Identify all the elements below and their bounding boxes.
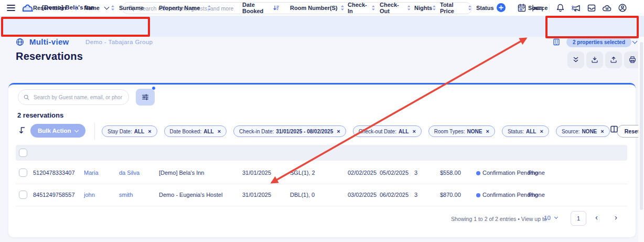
- brand-logo-icon: [22, 3, 34, 13]
- cell-guest-name-link[interactable]: john: [84, 192, 95, 198]
- bulk-action-button[interactable]: Bulk Action: [30, 124, 85, 138]
- cell-reservation-id: 5120478333407: [33, 170, 75, 176]
- close-icon[interactable]: ×: [218, 128, 221, 134]
- globe-icon: [16, 38, 24, 46]
- cell-guest-name-link[interactable]: Maria: [84, 170, 99, 176]
- sort-icon[interactable]: [407, 5, 411, 11]
- cell-date-booked: 31/01/2025: [242, 170, 271, 176]
- column-header-date-booked[interactable]: Date Booked: [242, 0, 279, 16]
- column-header-room-numbers[interactable]: Room Number(S): [290, 0, 345, 16]
- row-checkbox[interactable]: [19, 191, 27, 199]
- filters-sliders-button[interactable]: [136, 89, 155, 106]
- scrollbar-thumb[interactable]: [640, 42, 643, 210]
- current-page-box[interactable]: 1: [571, 211, 586, 226]
- collapse-all-button[interactable]: [567, 51, 584, 68]
- sort-icon[interactable]: [371, 5, 375, 11]
- cell-check-out: 06/02/2025: [380, 192, 409, 198]
- pagination-summary: Showing 1 to 2 of 2 entries • View up to: [451, 216, 547, 222]
- filter-chip-date-booked[interactable]: Date Booked:ALL×: [164, 125, 227, 137]
- filter-chip-stay-date[interactable]: Stay Date:ALL×: [102, 125, 157, 137]
- reservations-count: 2 reservations: [17, 111, 63, 119]
- filter-chip-room-types[interactable]: Room Types:NONE×: [428, 125, 495, 137]
- page-size-select[interactable]: 10: [544, 215, 557, 221]
- filter-chip-check-out-date[interactable]: Check-out Date:ALL×: [353, 125, 422, 137]
- next-page-button[interactable]: ›: [615, 213, 617, 222]
- sort-icon[interactable]: [340, 5, 345, 11]
- sort-icon[interactable]: [207, 5, 211, 11]
- filter-chip-source[interactable]: Source:NONE×: [556, 125, 610, 137]
- page-size-chevron-down-icon: [554, 215, 558, 219]
- cloud-whatsapp-icon[interactable]: W: [602, 3, 613, 13]
- column-header-reservation[interactable]: Reservation: [33, 0, 78, 16]
- column-header-nights[interactable]: Nights: [414, 0, 436, 16]
- cell-room-numbers: DBL(1), 0: [290, 192, 315, 198]
- sort-icon[interactable]: [74, 5, 78, 11]
- hamburger-menu-icon[interactable]: [6, 4, 16, 12]
- column-header-check-out[interactable]: Check-Out: [380, 0, 411, 16]
- cell-nights: 3: [414, 192, 417, 198]
- cell-date-booked: 31/01/2025: [242, 192, 271, 198]
- inbox-icon[interactable]: [587, 3, 596, 13]
- bulk-action-chevron-down-icon: [74, 128, 79, 132]
- previous-page-button[interactable]: ‹: [595, 213, 598, 222]
- multiview-title: Multi-view: [29, 37, 69, 46]
- close-icon[interactable]: ×: [540, 128, 543, 134]
- filter-chip-check-in-date[interactable]: Check-in Date:31/01/2025 - 08/02/2025×: [233, 125, 346, 137]
- sort-icon[interactable]: [468, 5, 472, 11]
- table-header-row: [16, 145, 627, 161]
- bulk-sort-icon[interactable]: [19, 126, 26, 135]
- import-download-button[interactable]: [586, 51, 603, 68]
- cell-check-in: 03/02/2025: [348, 192, 377, 198]
- column-header-property-name[interactable]: Property Name: [159, 0, 211, 16]
- column-header-status[interactable]: Status: [476, 0, 523, 16]
- page-size-value: 10: [544, 215, 551, 221]
- row-checkbox[interactable]: [19, 169, 27, 177]
- properties-selected-badge[interactable]: 2 properties selected: [566, 37, 631, 47]
- cell-total-price: $870.00: [440, 192, 461, 198]
- row-divider: [16, 206, 627, 206]
- sort-descending-active-icon[interactable]: [273, 5, 279, 11]
- sort-icon[interactable]: [571, 5, 575, 11]
- page-title: Reservations: [16, 50, 83, 62]
- cell-property-name: Demo - Eugenia's Hostel: [159, 192, 222, 198]
- select-all-checkbox[interactable]: [19, 149, 27, 157]
- search-icon: [24, 94, 29, 100]
- filters-active-dot: [152, 86, 156, 90]
- cell-check-in: 02/02/2025: [348, 170, 377, 176]
- multiview-group-name: Demo - Tabajara Group: [85, 39, 153, 45]
- column-settings-icon[interactable]: [610, 125, 618, 133]
- guest-search: [18, 89, 129, 105]
- multiview-bar: Multi-view Demo - Tabajara Group 2 prope…: [0, 16, 644, 37]
- close-icon[interactable]: ×: [148, 128, 151, 134]
- cell-nights: 3: [414, 170, 417, 176]
- row-divider: [16, 184, 627, 184]
- account-avatar-icon[interactable]: [618, 3, 627, 13]
- toolbar-divider: [94, 123, 95, 140]
- column-header-total-price[interactable]: Total Price: [440, 0, 472, 16]
- bulk-action-label: Bulk Action: [38, 128, 71, 134]
- close-icon[interactable]: ×: [337, 128, 340, 134]
- column-header-source[interactable]: Source: [528, 0, 575, 16]
- filter-chip-status[interactable]: Status:ALL×: [502, 125, 549, 137]
- properties-building-icon: [552, 38, 561, 46]
- cell-room-numbers: SGL(1), 2: [290, 170, 315, 176]
- cell-reservation-id: 8451249758557: [33, 192, 75, 198]
- app-window: [Demo] Bela's Inn W: [0, 0, 644, 242]
- cell-total-price: $558.00: [440, 170, 461, 176]
- close-icon[interactable]: ×: [412, 128, 415, 134]
- sort-icon[interactable]: [111, 5, 115, 11]
- guest-search-input[interactable]: [33, 94, 123, 101]
- sort-icon[interactable]: [519, 5, 523, 11]
- close-icon[interactable]: ×: [486, 128, 489, 134]
- sort-icon[interactable]: [432, 5, 436, 11]
- properties-chevron-down-icon[interactable]: [632, 39, 638, 44]
- cell-check-out: 05/02/2025: [380, 170, 409, 176]
- cell-guest-surname-link[interactable]: da Silva: [119, 170, 139, 176]
- filter-chips-row: Stay Date:ALL× Date Booked:ALL× Check-in…: [102, 125, 644, 138]
- export-upload-button[interactable]: [605, 51, 622, 68]
- status-dot-icon: [476, 193, 480, 197]
- column-header-check-in[interactable]: Check-In: [348, 0, 375, 16]
- cell-guest-surname-link[interactable]: smith: [119, 192, 133, 198]
- column-header-name[interactable]: Name: [84, 0, 115, 16]
- close-icon[interactable]: ×: [600, 128, 604, 134]
